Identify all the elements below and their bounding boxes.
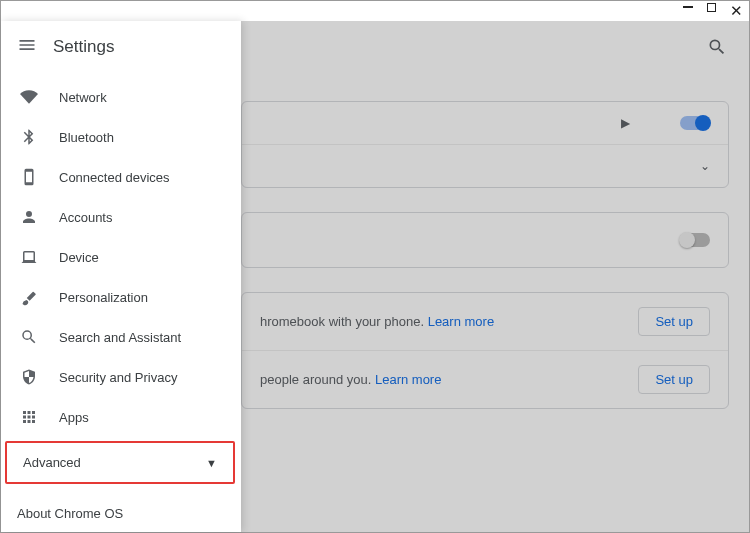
sidebar-item-connected-devices[interactable]: Connected devices <box>1 157 241 197</box>
sidebar-item-label: Apps <box>59 410 89 425</box>
sidebar-item-label: Connected devices <box>59 170 170 185</box>
sidebar-item-network[interactable]: Network <box>1 77 241 117</box>
sidebar-item-device[interactable]: Device <box>1 237 241 277</box>
menu-icon[interactable] <box>17 35 37 59</box>
phone-icon <box>19 167 39 187</box>
sidebar-item-label: Device <box>59 250 99 265</box>
close-button[interactable]: ✕ <box>730 3 743 18</box>
sidebar-item-label: Bluetooth <box>59 130 114 145</box>
app-surface: ▶ ⌄ hromebook with your phone. Learn mor… <box>1 21 749 532</box>
sidebar-item-search-assistant[interactable]: Search and Assistant <box>1 317 241 357</box>
minimize-button[interactable] <box>683 6 693 8</box>
laptop-icon <box>19 247 39 267</box>
bluetooth-icon <box>19 127 39 147</box>
window-titlebar: ✕ <box>1 1 749 21</box>
sidebar-item-label: Security and Privacy <box>59 370 178 385</box>
sidebar-title: Settings <box>53 37 114 57</box>
brush-icon <box>19 287 39 307</box>
wifi-icon <box>19 87 39 107</box>
sidebar-about[interactable]: About Chrome OS <box>1 492 241 533</box>
sidebar-item-accounts[interactable]: Accounts <box>1 197 241 237</box>
sidebar-item-bluetooth[interactable]: Bluetooth <box>1 117 241 157</box>
shield-icon <box>19 367 39 387</box>
sidebar: Settings Network Bluetooth Connected dev… <box>1 21 241 532</box>
maximize-button[interactable] <box>707 3 716 12</box>
sidebar-header: Settings <box>1 21 241 69</box>
apps-icon <box>19 407 39 427</box>
sidebar-item-label: Personalization <box>59 290 148 305</box>
advanced-label: Advanced <box>23 455 81 470</box>
sidebar-item-label: Network <box>59 90 107 105</box>
app-window: ✕ ▶ ⌄ <box>0 0 750 533</box>
sidebar-item-label: Accounts <box>59 210 112 225</box>
sidebar-item-security-privacy[interactable]: Security and Privacy <box>1 357 241 397</box>
chevron-down-icon: ▼ <box>206 457 217 469</box>
sidebar-item-apps[interactable]: Apps <box>1 397 241 437</box>
sidebar-items: Network Bluetooth Connected devices Acco… <box>1 69 241 437</box>
sidebar-item-label: Search and Assistant <box>59 330 181 345</box>
search-icon <box>19 327 39 347</box>
person-icon <box>19 207 39 227</box>
sidebar-advanced[interactable]: Advanced ▼ <box>5 441 235 484</box>
sidebar-item-personalization[interactable]: Personalization <box>1 277 241 317</box>
